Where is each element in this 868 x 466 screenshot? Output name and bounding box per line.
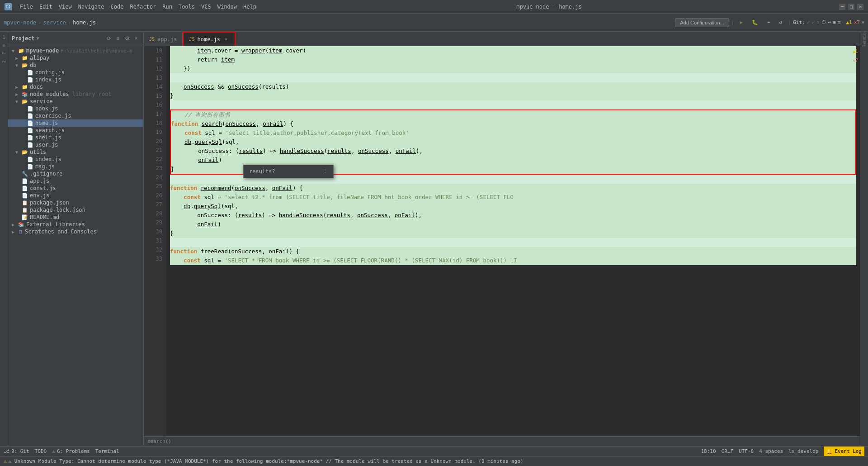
library-icon: 📚 xyxy=(22,91,28,97)
favorites-icon[interactable]: 2 xyxy=(0,58,8,65)
menu-tools[interactable]: Tools xyxy=(176,3,198,11)
menu-vcs[interactable]: VCS xyxy=(198,3,214,11)
breadcrumb-sep1: › xyxy=(38,19,41,26)
menu-edit[interactable]: Edit xyxy=(37,3,55,11)
add-configuration-button[interactable]: Add Configuration... xyxy=(675,18,729,27)
maximize-button[interactable]: □ xyxy=(848,4,854,10)
breadcrumb-file[interactable]: home.js xyxy=(73,19,96,26)
position-indicator[interactable]: 18:10 xyxy=(701,448,716,454)
tree-item-exercise-js[interactable]: 📄 exercise.js xyxy=(8,112,143,119)
git-status-icon[interactable]: ⎇ 9: Git xyxy=(4,448,29,454)
tree-item-config-js[interactable]: 📄 config.js xyxy=(8,69,143,76)
terminal-status[interactable]: Terminal xyxy=(95,448,119,454)
menu-code[interactable]: Code xyxy=(108,3,127,11)
git-expand[interactable]: ⊞ xyxy=(833,19,836,25)
chevron-down-icon[interactable]: ▼ xyxy=(37,36,39,41)
tree-item-const-js[interactable]: 📄 const.js xyxy=(8,185,143,192)
close-button[interactable]: ✕ xyxy=(857,4,863,10)
env-js-label: env.js xyxy=(30,192,49,199)
tree-item-env-js[interactable]: 📄 env.js xyxy=(8,192,143,199)
line-ending-indicator[interactable]: CRLF xyxy=(722,448,734,454)
tab-home-js[interactable]: JS home.js × xyxy=(183,32,236,46)
js-file-icon: 📄 xyxy=(27,142,33,148)
commit-icon[interactable]: ⊙ xyxy=(0,42,8,49)
autocomplete-popup[interactable]: results? ⋮ xyxy=(243,165,334,178)
menu-view[interactable]: View xyxy=(56,3,75,11)
tree-item-service[interactable]: ▼ 📂 service xyxy=(8,98,143,105)
tree-item-shelf-js[interactable]: 📄 shelf.js xyxy=(8,134,143,141)
settings-icon[interactable]: ⚙ xyxy=(123,35,131,42)
branch-indicator[interactable]: lx_develop xyxy=(788,448,818,454)
tree-item-docs[interactable]: ▶ 📁 docs xyxy=(8,83,143,90)
current-function-label: search() xyxy=(147,438,171,444)
git-arrow-up[interactable]: ↑ xyxy=(816,19,820,25)
breadcrumb-root[interactable]: mpvue-node xyxy=(4,19,36,26)
minimize-button[interactable]: ─ xyxy=(839,4,845,10)
tree-item-utils[interactable]: ▼ 📂 utils xyxy=(8,148,143,156)
indent-indicator[interactable]: 4 spaces xyxy=(759,448,783,454)
menu-bar: File Edit View Navigate Code Refactor Ru… xyxy=(17,3,259,11)
db-index-js-label: index.js xyxy=(35,76,61,83)
debug-icon[interactable]: 🐛 xyxy=(748,18,762,27)
tree-item-scratches[interactable]: ▶ 🗒 Scratches and Consoles xyxy=(8,228,143,235)
menu-window[interactable]: Window xyxy=(215,3,240,11)
chevron-down-icon[interactable]: ▼ xyxy=(862,20,864,25)
git-check2[interactable]: ✓ xyxy=(811,19,815,25)
tree-item-app-js[interactable]: 📄 app.js xyxy=(8,177,143,185)
tree-item-root[interactable]: ▼ 📁 mpvue-node F:\aaaGit\behind\mpvue-n xyxy=(8,47,143,54)
scratches-label: Scratches and Consoles xyxy=(25,228,97,235)
tree-item-home-js[interactable]: 📄 home.js xyxy=(8,119,143,127)
run-icon[interactable]: ▶ xyxy=(736,18,747,27)
tree-item-book-js[interactable]: 📄 book.js xyxy=(8,105,143,112)
tab-app-js[interactable]: JS app.js xyxy=(144,32,183,46)
collapse-button[interactable]: ≡ xyxy=(114,35,122,42)
close-tab-icon[interactable]: × xyxy=(223,36,229,43)
error-count: ✕7 xyxy=(854,19,860,25)
app-icon: IJ xyxy=(5,3,12,10)
tree-item-gitignore[interactable]: 🔧 .gitignore xyxy=(8,170,143,177)
git-check1[interactable]: ✓ xyxy=(807,19,810,25)
event-log-warning[interactable]: 🔔 Event Log xyxy=(824,447,864,456)
git-clock[interactable]: ⏱ xyxy=(821,19,826,25)
node-modules-label: node_modules library root xyxy=(30,91,112,97)
menu-refactor[interactable]: Refactor xyxy=(127,3,159,11)
tree-item-db-index-js[interactable]: 📄 index.js xyxy=(8,76,143,83)
project-panel-icon[interactable]: 1 xyxy=(0,33,8,41)
encoding-indicator[interactable]: UTF-8 xyxy=(739,448,754,454)
terminal-icon[interactable]: Terminal xyxy=(861,33,868,41)
tree-item-msg-js[interactable]: 📄 msg.js xyxy=(8,163,143,170)
tree-item-readme[interactable]: 📝 README.md xyxy=(8,214,143,221)
app-js-label: app.js xyxy=(30,178,49,184)
tree-item-package-json[interactable]: 📋 package.json xyxy=(8,199,143,206)
git-frame[interactable]: ⊡ xyxy=(838,19,841,25)
breadcrumb-service[interactable]: service xyxy=(43,19,66,26)
external-libraries-label: External Libraries xyxy=(26,221,85,228)
tree-item-utils-index-js[interactable]: 📄 index.js xyxy=(8,156,143,163)
tree-item-node-modules[interactable]: ▶ 📚 node_modules library root xyxy=(8,90,143,98)
library-icon: 📚 xyxy=(18,222,24,228)
git-undo[interactable]: ↩ xyxy=(828,19,831,25)
rerun-icon[interactable]: ↺ xyxy=(776,18,786,27)
tree-item-package-lock-json[interactable]: 📋 package-lock.json xyxy=(8,206,143,214)
code-content[interactable]: item.cover = wrapper(item.cover) return … xyxy=(166,46,860,436)
tree-item-alipay[interactable]: ▶ 📁 alipay xyxy=(8,54,143,62)
gutter-warning-indicator[interactable]: ▲1 xyxy=(853,47,858,56)
tree-item-user-js[interactable]: 📄 user.js xyxy=(8,141,143,148)
sync-button[interactable]: ⟳ xyxy=(105,35,113,42)
code-line-20: db.querySql(sql, xyxy=(171,138,855,147)
menu-navigate[interactable]: Navigate xyxy=(75,3,107,11)
menu-help[interactable]: Help xyxy=(241,3,259,11)
hide-panel-button[interactable]: × xyxy=(132,35,140,42)
tree-item-db[interactable]: ▼ 📂 db xyxy=(8,62,143,69)
coverage-icon[interactable]: ☂ xyxy=(764,18,774,27)
gutter-error-indicator[interactable]: ✕7 xyxy=(853,56,858,65)
autocomplete-more-icon[interactable]: ⋮ xyxy=(323,167,328,176)
warning-bell-icon: 🔔 xyxy=(826,448,833,454)
structure-icon[interactable]: Z xyxy=(0,50,8,57)
menu-file[interactable]: File xyxy=(17,3,36,11)
todo-status[interactable]: TODO xyxy=(35,448,47,454)
tree-item-external-libraries[interactable]: ▶ 📚 External Libraries xyxy=(8,221,143,228)
tree-item-search-js[interactable]: 📄 search.js xyxy=(8,127,143,134)
menu-run[interactable]: Run xyxy=(160,3,175,11)
problems-status[interactable]: ⚠ 6: Problems xyxy=(52,448,90,454)
